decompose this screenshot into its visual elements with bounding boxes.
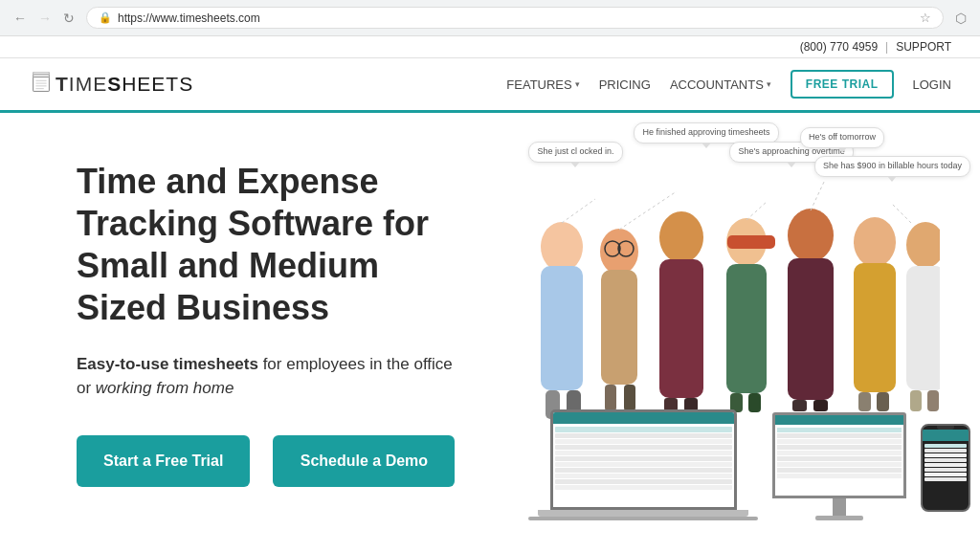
lock-icon: 🔒 [99,11,112,24]
people-illustration [509,151,940,419]
svg-point-27 [788,209,834,262]
browser-nav-buttons: ← → ↻ [10,9,78,28]
svg-point-35 [906,222,940,268]
svg-point-18 [659,211,703,263]
forward-button[interactable]: → [34,9,56,28]
hero-subtitle-strong: Easy-to-use timesheets [77,355,258,373]
top-info-bar: (800) 770 4959 | SUPPORT [0,36,980,58]
hero-section: Time and Expense Tracking Software for S… [0,113,980,525]
svg-line-43 [892,204,911,223]
svg-point-31 [854,217,896,267]
svg-rect-23 [727,235,775,249]
phone-mockup [921,424,970,512]
laptop-mockup [528,409,758,520]
back-button[interactable]: ← [10,9,31,28]
hero-buttons: Start a Free Trial Schedule a Demo [77,435,471,487]
svg-rect-28 [788,258,834,400]
accountants-nav-link[interactable]: ACCOUNTANTS ▾ [670,77,771,92]
svg-rect-19 [659,259,703,398]
hero-illustration-right: She just cl ocked in. He finished approv… [509,113,980,525]
login-nav-button[interactable]: LOGIN [913,77,951,92]
speech-bubble-2: He finished approving timesheets [634,122,778,144]
bookmark-icon[interactable]: ☆ [920,11,931,25]
extensions-icon[interactable]: ⬡ [951,9,970,28]
accountants-dropdown-arrow: ▾ [767,79,771,89]
svg-rect-32 [854,263,896,392]
nav-links: FEATURES ▾ PRICING ACCOUNTANTS ▾ FREE TR… [506,70,951,99]
schedule-demo-button[interactable]: Schedule a Demo [273,435,455,487]
svg-rect-2 [33,77,50,92]
hero-title: Time and Expense Tracking Software for S… [77,161,471,329]
svg-rect-36 [906,266,940,390]
logo-svg [31,72,52,97]
hero-subtitle: Easy-to-use timesheets for employees in … [77,352,471,401]
features-dropdown-arrow: ▾ [575,79,580,89]
support-link[interactable]: SUPPORT [896,40,951,54]
speech-bubble-4: He's off tomorrow [800,127,884,148]
svg-rect-12 [601,270,637,385]
hero-content-left: Time and Expense Tracking Software for S… [0,113,509,525]
url-text: https://www.timesheets.com [118,11,260,25]
free-trial-nav-button[interactable]: FREE TRIAL [791,70,894,99]
browser-chrome: ← → ↻ 🔒 https://www.timesheets.com ☆ ⬡ [0,0,980,36]
logo-text: TIMESHEETS [56,72,193,97]
monitor-mockup [772,412,906,520]
main-navigation: TIMESHEETS FEATURES ▾ PRICING ACCOUNTANT… [0,58,980,113]
svg-line-39 [562,199,595,223]
svg-line-41 [746,201,768,220]
svg-rect-24 [726,264,767,393]
phone-number: (800) 770 4959 [800,40,878,54]
pricing-nav-link[interactable]: PRICING [599,77,651,92]
start-free-trial-button[interactable]: Start a Free Trial [77,435,250,487]
logo[interactable]: TIMESHEETS [29,72,193,97]
svg-rect-14 [624,385,635,411]
separator: | [885,40,888,54]
svg-line-42 [811,180,825,210]
address-bar[interactable]: 🔒 https://www.timesheets.com ☆ [86,7,944,29]
svg-rect-13 [605,385,616,411]
reload-button[interactable]: ↻ [59,9,78,28]
hero-subtitle-emphasis: working from home [96,379,234,397]
svg-point-7 [541,222,583,272]
svg-rect-8 [541,266,583,390]
features-nav-link[interactable]: FEATURES ▾ [506,77,579,92]
devices-group [528,409,980,525]
